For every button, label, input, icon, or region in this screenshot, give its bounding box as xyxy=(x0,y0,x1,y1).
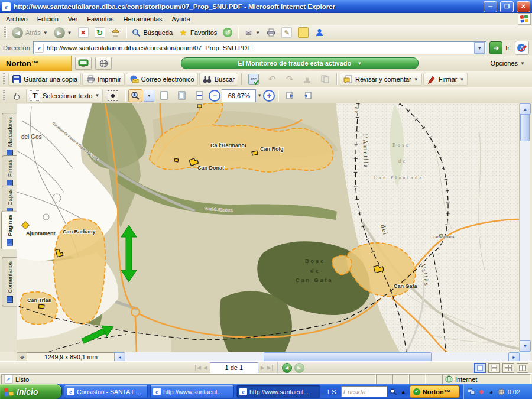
review-comment-button[interactable]: Revisar y comentar ▼ xyxy=(340,73,422,86)
globe-tray-icon[interactable] xyxy=(498,388,505,395)
tab-paginas[interactable]: Páginas xyxy=(1,210,18,249)
minimize-button[interactable]: ─ xyxy=(484,1,497,12)
menu-edicion[interactable]: Edición xyxy=(33,14,63,24)
continuous-layout-button[interactable] xyxy=(488,363,500,373)
print-button-acrobat[interactable]: Imprimir xyxy=(82,73,125,86)
menu-ayuda[interactable]: Ayuda xyxy=(167,14,195,24)
messenger-button[interactable] xyxy=(312,27,326,38)
window-title: http://www.santaeulaliaron.diba.es/consi… xyxy=(14,3,481,10)
encarta-magnifier-icon[interactable] xyxy=(390,388,397,395)
address-input[interactable] xyxy=(46,44,472,52)
snapshot-button[interactable] xyxy=(104,89,122,103)
vertical-scrollbar[interactable]: ▲ ▼ xyxy=(519,103,530,352)
system-tray: ◆ ◕ 0:02 xyxy=(463,384,532,399)
tray-clock[interactable]: 0:02 xyxy=(508,388,520,395)
zoom-level-input[interactable] xyxy=(222,89,256,102)
fit-width-button[interactable] xyxy=(191,89,207,102)
back-button[interactable]: ◀ Atrás ▼ xyxy=(9,26,50,40)
acrobat-page-navigation: ◀ ◀ ▶ ▶ ◀ ▶ xyxy=(0,361,532,374)
fit-page-button[interactable] xyxy=(173,89,190,102)
previous-view-button[interactable] xyxy=(281,89,298,102)
home-button[interactable] xyxy=(109,27,123,38)
edit-button[interactable]: ✎ xyxy=(279,26,294,39)
norton-tray-button[interactable]: ✓ Norton™ xyxy=(410,385,459,398)
fraud-monitor-status[interactable]: El Monitoreo de fraude está activado ▼ xyxy=(181,57,419,69)
taskbar-window-pdf-1[interactable]: e http://www.santaeul... xyxy=(150,385,234,398)
horizontal-scroll-thumb[interactable] xyxy=(264,352,432,362)
menu-herramientas[interactable]: Herramientas xyxy=(119,14,167,24)
menu-ver[interactable]: Ver xyxy=(63,14,83,24)
go-icon[interactable]: ➔ xyxy=(489,41,502,54)
previous-view-nav-button[interactable]: ◀ xyxy=(282,363,292,373)
start-button[interactable]: Inicio xyxy=(0,384,61,399)
mail-button[interactable]: ✉ ▼ xyxy=(241,27,262,38)
encarta-search-input[interactable] xyxy=(341,386,387,397)
notes-button[interactable] xyxy=(296,26,311,39)
zoom-tool-dropdown[interactable]: ▼ xyxy=(144,90,154,102)
scroll-down-button[interactable]: ▼ xyxy=(520,340,531,352)
page-number-field[interactable] xyxy=(210,362,258,374)
zoom-caret-icon[interactable]: ▼ xyxy=(257,93,262,98)
history-button[interactable]: ↺ xyxy=(220,27,235,38)
tab-comentarios[interactable]: Comentarios xyxy=(2,257,17,307)
next-view-nav-button[interactable]: ▶ xyxy=(294,363,304,373)
undo-button[interactable]: ↶ xyxy=(264,73,280,86)
single-page-layout-button[interactable] xyxy=(474,363,486,373)
back-icon: ◀ xyxy=(12,27,23,38)
label-bosc-gafa-3: Can Gafa xyxy=(296,277,333,283)
update-tray-icon[interactable]: ◕ xyxy=(488,388,495,395)
pdf-map-viewport[interactable]: del Gos Carretera de Parets a Bigues BV-… xyxy=(17,103,519,352)
toolbar-grip[interactable] xyxy=(3,73,5,85)
map-canvas[interactable]: del Gos Carretera de Parets a Bigues BV-… xyxy=(17,103,519,352)
last-page-button[interactable]: ▶ xyxy=(267,365,273,371)
acrobat-badge-icon[interactable]: A xyxy=(515,41,529,55)
security-tray-icon[interactable]: ◆ xyxy=(478,388,485,395)
next-page-button[interactable]: ▶ xyxy=(261,365,265,371)
menu-favoritos[interactable]: Favoritos xyxy=(82,14,118,24)
zoom-out-button[interactable]: − xyxy=(209,90,220,102)
search-button[interactable]: Búsqueda xyxy=(129,27,176,38)
address-dropdown-button[interactable]: ▼ xyxy=(474,42,485,54)
copy-pages-button[interactable] xyxy=(317,73,333,86)
print-button[interactable] xyxy=(264,27,278,38)
tab-marcadores[interactable]: Marcadores xyxy=(2,113,17,160)
select-text-button[interactable]: T Seleccionar texto ▼ xyxy=(26,89,103,103)
previous-page-button[interactable]: ◀ xyxy=(203,365,207,371)
sign-button[interactable]: Firmar ▼ xyxy=(423,73,468,86)
vertical-scroll-thumb[interactable] xyxy=(520,114,530,141)
continuous-facing-layout-button[interactable] xyxy=(502,363,514,373)
norton-globe-icon[interactable] xyxy=(95,57,112,70)
stop-button[interactable]: ✕ xyxy=(76,26,91,39)
favorites-button[interactable]: ★ Favoritos xyxy=(176,27,219,38)
first-page-button[interactable]: ◀ xyxy=(195,365,201,371)
actual-size-button[interactable] xyxy=(155,89,172,102)
language-indicator[interactable]: ES xyxy=(325,388,339,395)
taskbar-window-consistori[interactable]: e Consistori - SANTA E... xyxy=(64,385,148,398)
search-button-acrobat[interactable]: Buscar xyxy=(199,73,238,86)
toolbar-grip[interactable] xyxy=(4,27,7,38)
next-view-button[interactable] xyxy=(299,89,316,102)
menu-archivo[interactable]: Archivo xyxy=(1,14,33,24)
refresh-button[interactable]: ↻ xyxy=(92,26,108,39)
zoom-in-tool-button[interactable] xyxy=(128,89,142,102)
go-label[interactable]: Ir xyxy=(505,44,510,51)
hand-tool-button[interactable] xyxy=(8,89,25,102)
stamp-button[interactable] xyxy=(299,73,316,86)
taskbar-window-pdf-2[interactable]: e http://www.santaeul... xyxy=(236,385,320,398)
norton-options-button[interactable]: Opciones ▼ xyxy=(488,59,527,68)
email-button[interactable]: Correo electrónico xyxy=(126,73,198,86)
toolbar-grip[interactable] xyxy=(3,90,5,102)
network-tray-icon[interactable] xyxy=(468,388,475,395)
norton-monitor-icon[interactable] xyxy=(75,57,92,70)
save-copy-button[interactable]: Guardar una copia xyxy=(8,73,81,86)
forward-button[interactable]: ▶ ▼ xyxy=(51,26,74,40)
scroll-up-button[interactable]: ▲ xyxy=(520,103,531,115)
facing-layout-button[interactable] xyxy=(517,363,528,373)
zoom-in-button[interactable]: + xyxy=(263,90,275,102)
close-button[interactable]: ✕ xyxy=(517,1,530,12)
spellcheck-button[interactable]: ABC xyxy=(245,72,262,86)
encarta-menu-arrow[interactable]: ▲ xyxy=(400,388,407,395)
redo-button[interactable]: ↷ xyxy=(281,73,298,86)
restore-button[interactable]: ❐ xyxy=(500,1,514,12)
address-label: Dirección xyxy=(3,44,30,51)
